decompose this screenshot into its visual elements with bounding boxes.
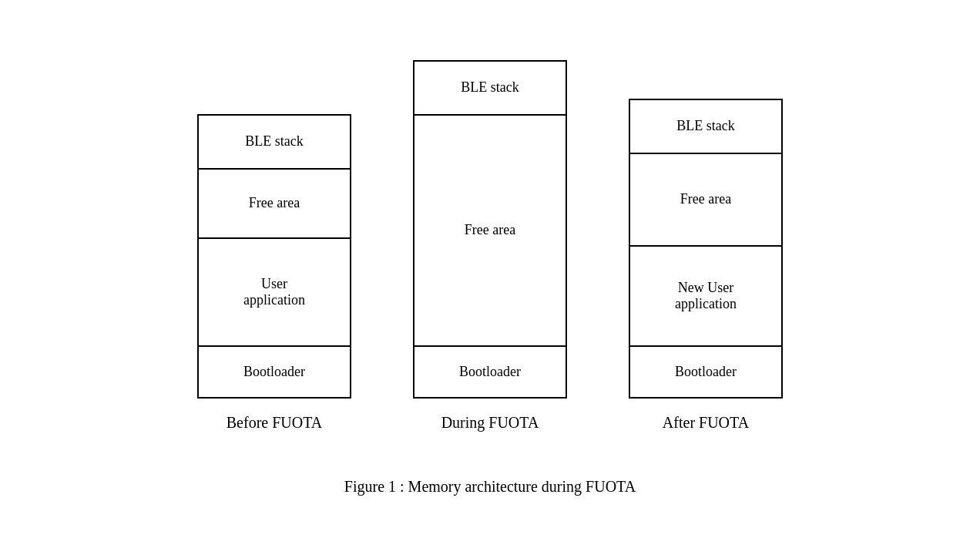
during-memory-block: BLE stack Free area Bootloader xyxy=(413,60,567,399)
after-bootloader: Bootloader xyxy=(630,347,781,397)
before-fuota-diagram: BLE stack Free area User application Boo… xyxy=(197,114,351,432)
after-ble-stack: BLE stack xyxy=(630,100,781,154)
before-ble-stack: BLE stack xyxy=(199,116,350,170)
diagrams-row: BLE stack Free area User application Boo… xyxy=(197,60,783,432)
figure-caption: Figure 1 : Memory architecture during FU… xyxy=(344,478,636,496)
after-memory-block: BLE stack Free area New User application… xyxy=(629,99,783,399)
before-memory-block: BLE stack Free area User application Boo… xyxy=(197,114,351,399)
during-bootloader: Bootloader xyxy=(414,347,566,397)
during-label: During FUOTA xyxy=(441,414,539,432)
during-ble-stack: BLE stack xyxy=(414,62,566,116)
during-fuota-diagram: BLE stack Free area Bootloader During FU… xyxy=(413,60,567,432)
after-fuota-diagram: BLE stack Free area New User application… xyxy=(629,99,783,432)
before-label: Before FUOTA xyxy=(227,414,322,432)
after-free-area: Free area xyxy=(630,154,781,247)
before-user-app: User application xyxy=(199,239,350,347)
after-new-user-app: New User application xyxy=(630,247,781,347)
before-free-area: Free area xyxy=(199,170,350,239)
after-label: After FUOTA xyxy=(663,414,749,432)
page-container: BLE stack Free area User application Boo… xyxy=(15,60,965,496)
during-free-area: Free area xyxy=(414,116,566,347)
before-bootloader: Bootloader xyxy=(199,347,350,397)
